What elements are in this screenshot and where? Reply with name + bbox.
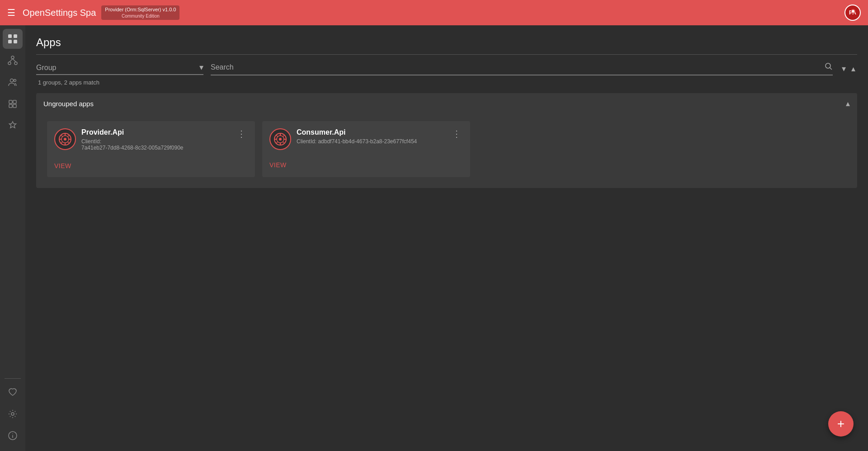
plugins-icon [8, 121, 18, 131]
svg-rect-11 [9, 100, 12, 103]
app-name-provider-api: Provider.Api [81, 128, 235, 136]
main-layout: Apps Group ▾ ▾ ▴ [0, 25, 868, 451]
filters-row: Group ▾ ▾ ▴ [36, 62, 857, 75]
expand-icons: ▾ ▴ [840, 62, 857, 75]
svg-point-5 [8, 62, 11, 65]
svg-line-41 [283, 135, 285, 137]
app-menu-icon-provider-api[interactable]: ⋮ [235, 128, 248, 139]
group-select[interactable]: Group [36, 64, 199, 71]
group-filter-wrapper: Group ▾ [36, 62, 203, 75]
sidebar-item-settings[interactable] [3, 404, 23, 424]
svg-line-28 [61, 135, 63, 137]
app-card-consumer-api: Consumer.Api ClientId: adbdf741-bb4d-467… [262, 121, 470, 177]
group-header-title: Ungrouped apps [43, 100, 94, 108]
nodes-icon [8, 56, 18, 66]
app-card-footer-provider-api: View [54, 162, 248, 170]
app-name-consumer-api: Consumer.Api [297, 128, 450, 136]
svg-line-29 [68, 142, 70, 144]
sidebar-item-info[interactable] [3, 426, 23, 446]
app-title: OpenSettings Spa [23, 8, 96, 18]
dashboard-icon [8, 34, 18, 44]
avatar-notification-badge [851, 9, 855, 14]
avatar[interactable]: PA [844, 5, 861, 21]
app-client-id-consumer-api: ClientId: adbdf741-bb4d-4673-b2a8-23e677… [297, 138, 450, 145]
svg-point-9 [10, 79, 14, 82]
topbar: ☰ OpenSettings Spa Provider (Orm:SqlServ… [0, 0, 868, 25]
app-info-provider-api: Provider.Api ClientId: 7a41eb27-7dd8-426… [81, 128, 235, 151]
group-header[interactable]: Ungrouped apps ▴ [36, 93, 857, 114]
gear-icon [8, 409, 18, 419]
search-input[interactable] [211, 63, 825, 71]
svg-rect-13 [9, 104, 12, 108]
svg-rect-1 [14, 34, 17, 38]
svg-line-40 [283, 142, 285, 144]
app-info-consumer-api: Consumer.Api ClientId: adbdf741-bb4d-467… [297, 128, 450, 145]
sidebar-item-plugins[interactable] [3, 116, 23, 136]
sidebar-item-users[interactable] [3, 72, 23, 92]
svg-point-23 [64, 138, 66, 141]
match-count: 1 groups, 2 apps match [38, 79, 857, 86]
chevron-down-icon: ▾ [199, 62, 203, 72]
heart-icon [8, 387, 18, 397]
svg-rect-0 [8, 34, 12, 38]
svg-line-30 [68, 135, 70, 137]
collapse-all-icon[interactable]: ▾ [840, 62, 848, 75]
svg-line-31 [61, 142, 63, 144]
svg-line-42 [276, 142, 278, 144]
svg-point-10 [14, 80, 16, 82]
app-card-provider-api: Provider.Api ClientId: 7a41eb27-7dd8-426… [47, 121, 255, 177]
apps-grid: Provider.Api ClientId: 7a41eb27-7dd8-426… [36, 114, 857, 188]
users-icon [8, 77, 18, 87]
menu-icon[interactable]: ☰ [7, 7, 15, 18]
app-card-header-consumer: Consumer.Api ClientId: adbdf741-bb4d-467… [269, 128, 463, 150]
sidebar-item-favorites[interactable] [3, 382, 23, 402]
app-view-button-consumer-api[interactable]: View [269, 161, 287, 169]
content-area: Apps Group ▾ ▾ ▴ [25, 25, 868, 451]
svg-line-39 [276, 135, 278, 137]
app-icon-consumer-api [269, 128, 291, 150]
svg-line-8 [13, 59, 16, 62]
svg-rect-12 [13, 100, 16, 103]
packages-icon [8, 99, 18, 109]
expand-all-icon[interactable]: ▴ [849, 62, 857, 75]
svg-rect-3 [14, 40, 17, 43]
group-collapse-icon: ▴ [846, 99, 850, 108]
search-wrapper [211, 62, 833, 75]
sidebar-item-nodes[interactable] [3, 51, 23, 70]
sidebar-item-packages[interactable] [3, 94, 23, 114]
sidebar-item-dashboard[interactable] [3, 29, 23, 49]
svg-point-6 [14, 62, 17, 65]
ungrouped-apps-section: Ungrouped apps ▴ [36, 93, 857, 188]
sidebar [0, 25, 25, 451]
app-view-button-provider-api[interactable]: View [54, 162, 71, 169]
app-client-id-provider-api: ClientId: 7a41eb27-7dd8-4268-8c32-005a72… [81, 138, 235, 151]
svg-line-20 [830, 67, 832, 70]
add-app-fab[interactable]: + [828, 411, 854, 437]
page-title: Apps [36, 36, 857, 55]
svg-point-19 [826, 63, 830, 68]
app-card-footer-consumer-api: View [269, 161, 463, 169]
app-card-header: Provider.Api ClientId: 7a41eb27-7dd8-426… [54, 128, 248, 151]
sidebar-divider [5, 378, 21, 379]
svg-line-7 [9, 59, 13, 62]
svg-point-4 [11, 56, 14, 59]
svg-rect-14 [13, 104, 16, 108]
svg-point-18 [12, 433, 13, 434]
svg-rect-2 [8, 40, 12, 43]
app-icon-provider-api [54, 128, 76, 150]
svg-point-15 [11, 413, 14, 415]
info-icon [8, 431, 18, 441]
app-menu-icon-consumer-api[interactable]: ⋮ [450, 128, 463, 139]
version-badge: Provider (Orm:SqlServer) v1.0.0 Communit… [101, 5, 179, 19]
svg-point-34 [279, 138, 282, 141]
search-icon[interactable] [825, 62, 833, 73]
